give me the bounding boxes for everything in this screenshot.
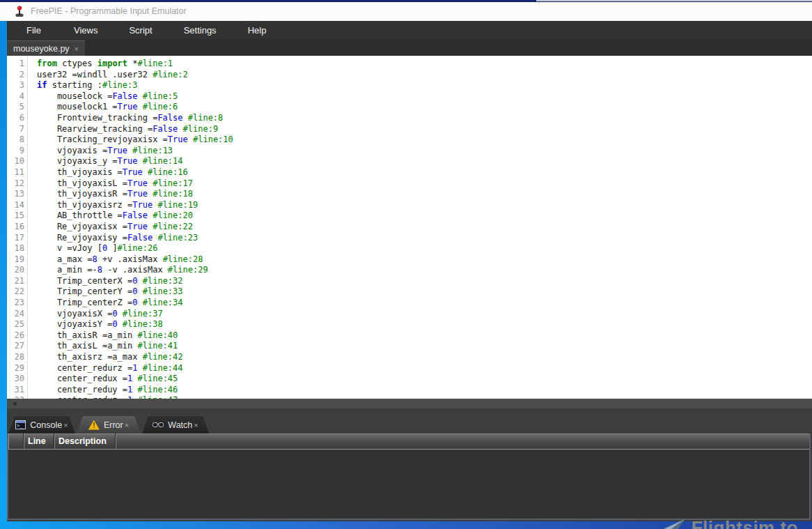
menu-help[interactable]: Help [248, 25, 267, 36]
error-list-panel: Line Description Flightsim.to [7, 434, 811, 520]
tab-watch[interactable]: Watch × [142, 416, 209, 434]
code-line[interactable]: Re_vjoyaxisy =False #line:23 [37, 233, 812, 244]
line-number: 6 [7, 113, 27, 124]
horizontal-scrollbar[interactable]: ◄ [7, 399, 812, 408]
editor-tab-close-icon[interactable]: × [75, 45, 79, 53]
window-title: FreePIE - Programmable Input Emulator [31, 6, 187, 16]
line-number: 14 [7, 200, 27, 211]
joystick-icon [14, 6, 25, 17]
code-line[interactable]: if starting :#line:3 [37, 80, 812, 91]
desktop-edge-left [0, 2, 7, 529]
bottom-dock: Console × Error × Watch × Line Descripti… [7, 408, 812, 521]
code-line[interactable]: Rearview_tracking =False #line:9 [37, 124, 812, 135]
code-line[interactable]: vjoyaxis_y =True #line:14 [37, 156, 812, 167]
desktop-edge-top-highlight [536, 0, 812, 1]
code-line[interactable]: Trimp_centerX =0 #line:32 [37, 276, 812, 287]
line-number: 25 [7, 319, 27, 330]
code-line[interactable]: AB_throttle =False #line:20 [37, 210, 812, 222]
line-number: 3 [7, 80, 27, 91]
code-line[interactable]: center_reduy =1 #line:46 [37, 385, 812, 396]
tab-error[interactable]: Error × [77, 416, 141, 434]
warning-icon [88, 420, 100, 430]
title-bar: FreePIE - Programmable Input Emulator [0, 2, 812, 21]
editor-tab-strip: mouseyoke.py × [7, 40, 812, 56]
code-line[interactable]: Tracking_revjoyaxisx =True #line:10 [37, 135, 812, 146]
line-number: 20 [7, 265, 27, 276]
code-line[interactable]: from ctypes import *#line:1 [37, 59, 812, 70]
menu-settings[interactable]: Settings [184, 25, 217, 36]
line-number: 10 [7, 156, 27, 167]
code-line[interactable]: th_axisL =a_min #line:41 [37, 341, 812, 352]
line-number: 21 [7, 276, 27, 287]
code-line[interactable]: mouselock1 =True #line:6 [37, 102, 812, 113]
line-number: 9 [7, 146, 27, 157]
grid-header-line[interactable]: Line [24, 434, 54, 449]
code-line[interactable]: user32 =windll .user32 #line:2 [37, 70, 812, 81]
menu-script[interactable]: Script [129, 25, 152, 36]
watermark-text: Flightsim.to [692, 517, 798, 529]
paper-plane-icon [662, 518, 686, 529]
line-number: 30 [7, 374, 27, 385]
line-number: 31 [7, 385, 27, 396]
code-line[interactable]: th_vjoyaxisL =True #line:17 [37, 178, 812, 190]
code-line[interactable]: vjoyaxisX =0 #line:37 [37, 309, 812, 320]
scroll-left-arrow-icon[interactable]: ◄ [8, 399, 20, 408]
line-number-gutter: 1234567891011121314151617181920212223242… [7, 56, 28, 399]
code-text-area[interactable]: from ctypes import *#line:1user32 =windl… [29, 56, 812, 399]
menu-views[interactable]: Views [74, 25, 97, 36]
watch-tab-close-icon[interactable]: × [194, 421, 198, 429]
line-number: 12 [7, 178, 27, 190]
line-number: 28 [7, 352, 27, 363]
line-number: 22 [7, 286, 27, 298]
code-line[interactable]: Trimp_centerZ =0 #line:34 [37, 298, 812, 309]
line-number: 23 [7, 298, 27, 309]
console-tab-close-icon[interactable]: × [63, 421, 68, 429]
code-line[interactable]: vjoyaxis =True #line:13 [37, 146, 812, 157]
line-number: 11 [7, 167, 27, 178]
code-line[interactable]: Frontview_tracking =False #line:8 [37, 113, 812, 124]
line-number: 1 [7, 59, 27, 70]
code-line[interactable]: th_vjoyaxis =True #line:16 [37, 167, 812, 178]
tab-mouseyoke-py[interactable]: mouseyoke.py × [7, 40, 85, 56]
menu-file[interactable]: File [26, 25, 41, 36]
console-tab-label: Console [30, 420, 62, 430]
line-number: 4 [7, 91, 27, 102]
line-number: 17 [7, 233, 27, 244]
code-line[interactable]: th_axisrz =a_max #line:42 [37, 352, 812, 363]
code-line[interactable]: mouselock =False #line:5 [37, 91, 812, 102]
watermark: Flightsim.to [662, 517, 798, 529]
code-editor[interactable]: 1234567891011121314151617181920212223242… [7, 56, 812, 399]
code-line[interactable]: center_redux =1 #line:45 [37, 374, 812, 385]
line-number: 24 [7, 309, 27, 320]
code-line[interactable]: v =vJoy [0 ]#line:26 [37, 243, 812, 254]
code-line[interactable]: a_min =-8 -v .axisMax #line:29 [37, 265, 812, 276]
line-number: 5 [7, 102, 27, 113]
grid-header-indicator [8, 434, 24, 449]
console-icon [15, 420, 26, 429]
line-number: 13 [7, 189, 27, 200]
watch-icon [153, 421, 164, 429]
line-number: 2 [7, 70, 27, 81]
line-number: 18 [7, 243, 27, 254]
code-line[interactable]: th_axisR =a_min #line:40 [37, 330, 812, 342]
line-number: 19 [7, 254, 27, 266]
line-number: 26 [7, 330, 27, 342]
code-line[interactable]: th_vjoyaxisR =True #line:18 [37, 189, 812, 200]
code-line[interactable]: center_redurz =1 #line:44 [37, 363, 812, 374]
line-number: 27 [7, 341, 27, 352]
error-tab-close-icon[interactable]: × [125, 421, 129, 429]
code-line[interactable]: th_vjoyaxisrz =True #line:19 [37, 200, 812, 211]
line-number: 7 [7, 124, 27, 135]
code-line[interactable]: Re_vjoyaxisx =True #line:22 [37, 222, 812, 233]
grid-header-filler [116, 434, 809, 449]
watch-tab-label: Watch [168, 420, 192, 430]
grid-header-description[interactable]: Description [54, 434, 116, 449]
code-line[interactable]: Trimp_centerY =0 #line:33 [37, 286, 812, 298]
error-grid-header: Line Description [8, 434, 809, 450]
editor-tab-label: mouseyoke.py [13, 44, 70, 54]
line-number: 8 [7, 135, 27, 146]
code-line[interactable]: vjoyaxisY =0 #line:38 [37, 319, 812, 330]
tab-console[interactable]: Console × [8, 416, 75, 434]
error-tab-label: Error [104, 420, 123, 430]
code-line[interactable]: a_max =8 +v .axisMax #line:28 [37, 254, 812, 266]
